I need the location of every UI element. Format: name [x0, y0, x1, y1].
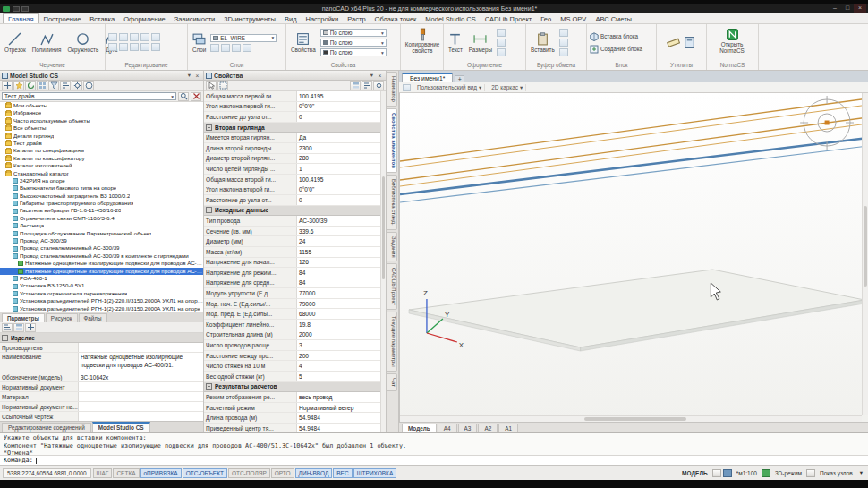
property-row[interactable]: Расстояние между про... 200 [204, 351, 386, 362]
parameters-tab[interactable]: Файлы [79, 313, 107, 322]
property-row[interactable]: Напряжение для режим... 84 [204, 268, 386, 278]
property-row[interactable]: Коэффициент линейно... 19.8 [204, 320, 386, 330]
select-object-button[interactable] [206, 81, 217, 90]
panel-menu-icon[interactable]: ▾ [368, 72, 376, 79]
parameter-row[interactable]: Нормативный документ [0, 382, 203, 392]
tree-item[interactable]: Выключатели бакового типа на опоре [0, 184, 203, 192]
ribbon-tab[interactable]: Зависимости [170, 13, 220, 23]
array-tool-icon[interactable] [140, 43, 149, 51]
3d-mode-button[interactable]: 3D-режим [772, 469, 804, 477]
property-row[interactable]: Число стяжек на 10 м 4 [204, 361, 386, 372]
vertical-scrollbar[interactable] [862, 93, 868, 415]
layout-tab[interactable]: А4 [438, 424, 457, 432]
tree-item[interactable]: Каталог по классификатору [0, 155, 203, 162]
paste-button[interactable]: Вставить [529, 32, 557, 53]
parameters-section-row[interactable]: Изделие [0, 333, 203, 343]
maximize-button[interactable]: □ [841, 4, 854, 13]
tree-item[interactable]: Провод сталеалюминиевый АС-300/39 [0, 244, 203, 252]
statusbar-toggle[interactable]: оПРИВЯЗКА [140, 468, 182, 478]
tree-item[interactable]: Площадка обслуживания Параметрический об… [0, 230, 203, 237]
tree-item[interactable]: Высокочастотный заградитель ВЗ 1000/0.2 [0, 193, 203, 200]
tree-item[interactable]: Провод сталеалюминиевый АС-300/39 в комп… [0, 253, 203, 260]
filter-button[interactable] [48, 81, 59, 90]
statusbar-menu-icon[interactable]: ▾ [857, 468, 865, 477]
property-row[interactable]: Сечение (кв. мм) 339.6 [204, 227, 386, 237]
tree-item[interactable]: Гаситель вибрации ГВ-1.6-11-450/16-20 [0, 207, 203, 214]
sort-button[interactable] [60, 81, 71, 90]
minimize-button[interactable]: – [829, 4, 841, 13]
tree-item[interactable]: Детали гирлянд [0, 133, 203, 140]
close-button[interactable]: × [854, 4, 866, 13]
property-row[interactable]: Расчетный режим Нормативный ветер [204, 403, 386, 414]
ribbon-tab[interactable]: Главная [3, 13, 39, 23]
tree-item[interactable]: Каталог изготовителей [0, 162, 203, 169]
view-preset-dropdown[interactable]: Пользовательский вид ▾ [414, 84, 485, 91]
parameter-row[interactable]: Ссылочный чертеж [0, 412, 203, 421]
statusbar-toggle[interactable]: ШАГ [93, 468, 113, 478]
property-row[interactable]: Длина второй гирлянды... 2300 [204, 143, 386, 154]
ribbon-tab[interactable]: CADLib Проект [481, 13, 537, 23]
document-tab[interactable]: Без имени1* [402, 73, 453, 82]
leader-tool-icon[interactable] [497, 29, 506, 37]
workspace-icon[interactable] [712, 469, 721, 477]
ribbon-tab[interactable]: АВС Сметы [591, 13, 636, 23]
copy-properties-button[interactable]: Копирование свойств [404, 26, 441, 68]
properties-button[interactable]: Свойства [289, 32, 318, 53]
ribbon-tab[interactable]: MS OPV [556, 13, 591, 23]
create-block-button[interactable]: Создание блока [590, 45, 642, 54]
layout-tab[interactable]: Модель [402, 424, 437, 432]
copy-tool-icon[interactable] [119, 33, 128, 41]
property-row[interactable]: Мод. нач. Е (Ед.силы/... 79000 [204, 299, 386, 310]
show-nodes-button[interactable]: Показ узлов [817, 469, 855, 477]
tree-item[interactable]: Натяжные одноцветные изолирующие подвеск… [0, 260, 203, 267]
side-tab[interactable]: Чат [387, 373, 397, 391]
help-button[interactable] [83, 81, 94, 90]
layer-freeze-icon[interactable] [221, 44, 230, 52]
ribbon-tab[interactable]: Вставка [85, 13, 119, 23]
color-dropdown[interactable]: По слою ▾ [320, 29, 387, 37]
dock-tab[interactable]: Model Studio CS [92, 422, 150, 432]
new-document-button[interactable]: + [455, 75, 464, 82]
side-tab[interactable]: Навигатор [387, 72, 397, 107]
statusbar-toggle[interactable]: ОРТО [271, 468, 294, 478]
ribbon-tab[interactable]: Model Studio CS [421, 13, 480, 23]
layers-button[interactable]: Слои [191, 32, 208, 53]
tree-item[interactable]: РОА-400-1 [0, 275, 203, 282]
ribbon-tab[interactable]: 3D-инструменты [219, 13, 280, 23]
property-row[interactable]: Мод. пред. Е (Ед.силы... 68000 [204, 309, 386, 320]
side-tab[interactable]: Библиотека станд. [387, 175, 397, 230]
tree-item[interactable]: Натяжные одноцветные изолирующие подвеск… [0, 268, 203, 275]
parameter-row[interactable]: Нормативный документ на... [0, 402, 203, 412]
statusbar-toggle[interactable]: ДИН-ВВОД [295, 468, 333, 478]
property-row[interactable]: Угол наклона второй ги... 0°0'0" [204, 184, 386, 195]
model-space-button[interactable]: МОДЕЛЬ [679, 469, 711, 477]
parameter-row[interactable]: Наименование Натяжные одноцветные изолир… [0, 353, 203, 372]
property-row[interactable]: Угол наклона первой ги... 0°0'0" [204, 102, 386, 113]
layout-tab[interactable]: А2 [478, 424, 498, 432]
property-row[interactable]: Общая масса второй ги... 100.4195 [204, 175, 386, 185]
cut-clip-icon[interactable] [559, 39, 568, 47]
tree-item[interactable]: Установка разъединителей РГН-1(2)-220.II… [0, 305, 203, 312]
categorized-view-button[interactable] [13, 323, 24, 332]
view-mode-button[interactable] [37, 81, 47, 90]
library-search-input[interactable]: Тест драйв ▾ [2, 92, 176, 100]
property-row[interactable]: Число цепей гирлянды ... 1 [204, 164, 386, 175]
erase-tool-icon[interactable] [151, 43, 160, 51]
property-row[interactable]: Вес одной стяжки (кг) 5 [204, 372, 386, 382]
dimensions-tool-button[interactable]: Размеры [467, 32, 494, 53]
3d-mode-icon[interactable] [762, 469, 770, 477]
parameter-row[interactable]: Производитель [0, 343, 203, 353]
tree-item[interactable]: Каталог по спецификациям [0, 147, 203, 154]
drawing-canvas[interactable]: Z Y X [399, 93, 868, 422]
lineweight-dropdown[interactable]: По слою ▾ [320, 48, 387, 56]
show-nodes-icon[interactable] [806, 469, 815, 477]
command-input-row[interactable]: Команда: [0, 455, 868, 465]
statusbar-toggle[interactable]: ВЕС [333, 468, 352, 478]
extend-tool-icon[interactable] [119, 43, 128, 51]
property-row[interactable]: Тип провода АС-300/39 [204, 216, 386, 227]
props-settings-button[interactable] [373, 81, 384, 90]
parameter-row[interactable]: Материал [0, 392, 203, 402]
insert-block-button[interactable]: Вставка блока [590, 32, 642, 41]
quick-access-icon[interactable] [21, 6, 29, 12]
tree-item[interactable]: Тест драйв [0, 140, 203, 147]
